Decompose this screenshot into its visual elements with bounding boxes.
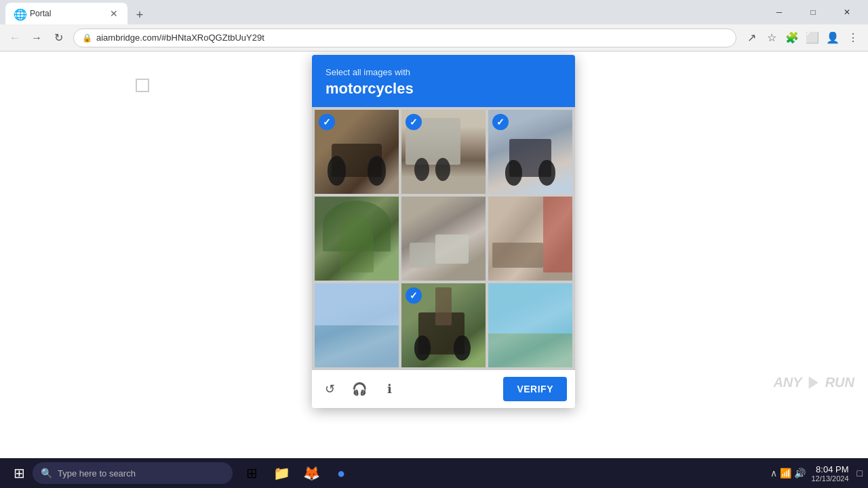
- captcha-header: Select all images with motorcycles: [312, 55, 575, 107]
- refresh-captcha-button[interactable]: ↺: [320, 380, 339, 399]
- taskbar-search[interactable]: 🔍 Type here to search: [33, 462, 233, 484]
- menu-button[interactable]: ⋮: [844, 28, 863, 47]
- volume-icon[interactable]: 🔊: [794, 468, 806, 479]
- firefox-icon: 🦊: [303, 465, 320, 481]
- clock-date: 12/13/2024: [811, 474, 848, 483]
- tab-label: Portal: [30, 9, 103, 18]
- browser-chrome: 🌐 Portal ✕ + ─ □ ✕ ← → ↻ 🔒 aiambridge.co…: [0, 0, 868, 52]
- clock[interactable]: 8:04 PM 12/13/2024: [811, 464, 848, 483]
- captcha-cell-5[interactable]: [401, 197, 486, 281]
- captcha-cell-4[interactable]: [315, 197, 399, 281]
- minimize-button[interactable]: ─: [764, 1, 795, 23]
- cell-1-checkmark: ✓: [319, 114, 335, 130]
- page-checkbox[interactable]: [136, 79, 149, 92]
- cell-3-checkmark: ✓: [492, 114, 509, 130]
- address-bar[interactable]: 🔒 aiambridge.com/#bHNtaXRoQGZtbUuY29t: [73, 28, 736, 47]
- info-button[interactable]: ℹ: [380, 380, 399, 399]
- close-button[interactable]: ✕: [831, 1, 863, 23]
- notification-button[interactable]: □: [857, 468, 863, 479]
- captcha-cell-7[interactable]: [315, 283, 399, 367]
- system-tray: ∧ 📶 🔊: [770, 468, 806, 479]
- captcha-footer: ↺ 🎧 ℹ VERIFY: [312, 370, 575, 408]
- extensions-button[interactable]: 🧩: [783, 28, 802, 47]
- task-view-button[interactable]: ⊞: [238, 460, 265, 487]
- reload-button[interactable]: ↻: [49, 28, 68, 47]
- maximize-button[interactable]: □: [797, 1, 829, 23]
- start-button[interactable]: ⊞: [5, 460, 33, 487]
- toolbar-actions: ↗ ☆ 🧩 ⬜ 👤 ⋮: [742, 28, 863, 47]
- cell-8-checkmark: ✓: [406, 287, 422, 304]
- security-icon: 🔒: [82, 33, 92, 43]
- taskbar-search-placeholder: Type here to search: [58, 468, 136, 479]
- windows-icon: ⊞: [14, 465, 25, 481]
- page-area: Select all images with motorcycles ✓: [0, 52, 868, 458]
- file-explorer-button[interactable]: 📁: [268, 460, 295, 487]
- split-button[interactable]: ⬜: [803, 28, 822, 47]
- bookmark-button[interactable]: ☆: [762, 28, 781, 47]
- clock-time: 8:04 PM: [811, 464, 848, 474]
- title-bar: 🌐 Portal ✕ + ─ □ ✕: [0, 0, 868, 24]
- window-controls: ─ □ ✕: [764, 1, 863, 23]
- captcha-title: motorcycles: [326, 80, 561, 98]
- captcha-cell-6[interactable]: [488, 197, 572, 281]
- captcha-grid: ✓ ✓ ✓: [312, 107, 575, 370]
- tray-chevron[interactable]: ∧: [770, 468, 777, 479]
- taskbar-apps: ⊞ 📁 🦊 ●: [238, 460, 355, 487]
- verify-button[interactable]: VERIFY: [503, 377, 567, 401]
- chrome-icon: ●: [337, 466, 345, 481]
- captcha-subtitle: Select all images with: [326, 67, 561, 77]
- chrome-button[interactable]: ●: [328, 460, 355, 487]
- firefox-button[interactable]: 🦊: [298, 460, 325, 487]
- captcha-cell-2[interactable]: ✓: [401, 110, 486, 194]
- address-text: aiambridge.com/#bHNtaXRoQGZtbUuY29t: [96, 33, 728, 43]
- captcha-cell-3[interactable]: ✓: [488, 110, 572, 194]
- taskbar-right: ∧ 📶 🔊 8:04 PM 12/13/2024 □: [770, 464, 863, 483]
- profile-button[interactable]: 👤: [823, 28, 842, 47]
- back-button[interactable]: ←: [5, 28, 24, 47]
- new-tab-button[interactable]: +: [130, 5, 149, 24]
- taskbar: ⊞ 🔍 Type here to search ⊞ 📁 🦊 ● ∧ 📶 🔊 8:…: [0, 458, 868, 488]
- cell-2-checkmark: ✓: [406, 114, 422, 130]
- tab-strip: 🌐 Portal ✕ +: [5, 0, 764, 24]
- tab-close-button[interactable]: ✕: [108, 8, 119, 19]
- captcha-widget: Select all images with motorcycles ✓: [312, 55, 575, 408]
- task-view-icon: ⊞: [246, 465, 258, 481]
- captcha-cell-8[interactable]: ✓: [401, 283, 486, 367]
- anyrun-watermark: ANY RUN: [773, 375, 854, 390]
- active-tab[interactable]: 🌐 Portal ✕: [5, 3, 127, 24]
- audio-captcha-button[interactable]: 🎧: [350, 380, 369, 399]
- captcha-footer-actions: ↺ 🎧 ℹ: [320, 380, 495, 399]
- browser-toolbar: ← → ↻ 🔒 aiambridge.com/#bHNtaXRoQGZtbUuY…: [0, 24, 868, 52]
- forward-button[interactable]: →: [27, 28, 46, 47]
- taskbar-search-icon: 🔍: [41, 468, 52, 479]
- captcha-cell-1[interactable]: ✓: [315, 110, 399, 194]
- file-explorer-icon: 📁: [273, 465, 290, 481]
- network-icon[interactable]: 📶: [780, 468, 791, 479]
- captcha-cell-9[interactable]: [488, 283, 572, 367]
- tab-favicon: 🌐: [14, 8, 24, 19]
- share-button[interactable]: ↗: [742, 28, 761, 47]
